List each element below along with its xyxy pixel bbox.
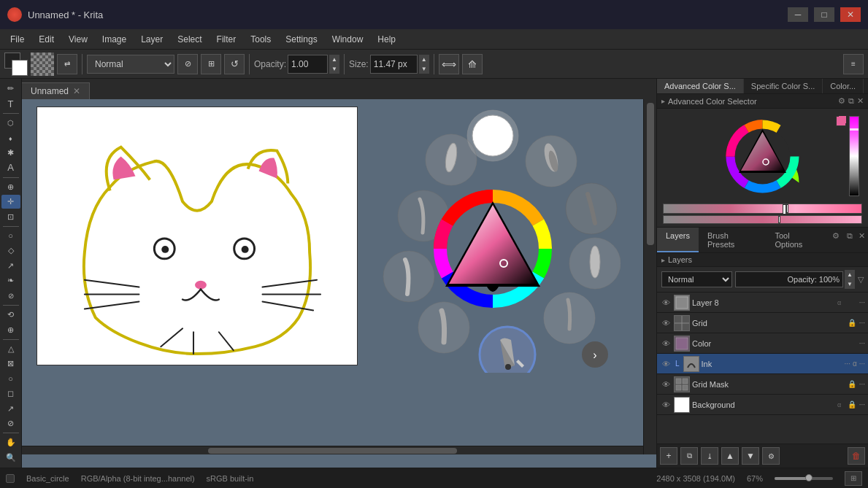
tab-advanced-color[interactable]: Advanced Color S...: [657, 79, 744, 93]
swap-colors-icon[interactable]: ⇄: [57, 54, 77, 74]
undo-button[interactable]: ↺: [224, 54, 245, 74]
tool-elliptical-select[interactable]: ○: [1, 229, 20, 243]
opacity-up[interactable]: ▲: [329, 55, 339, 64]
menu-image[interactable]: Image: [95, 29, 134, 49]
color-wheel-svg[interactable]: [721, 115, 804, 198]
delete-layer-button[interactable]: 🗑: [848, 447, 865, 465]
menu-select[interactable]: Select: [170, 29, 209, 49]
tool-smart-patch[interactable]: ✱: [1, 146, 20, 160]
tool-polygonal-select[interactable]: ◇: [1, 244, 20, 257]
layer-visibility-gridmask[interactable]: 👁: [660, 379, 672, 390]
layer-visibility-grid[interactable]: 👁: [660, 317, 672, 329]
brush-preset-popup[interactable]: Ink_gpen_10 ›: [365, 103, 621, 373]
layer-item-background[interactable]: 👁 Background α 🔒 ···: [657, 395, 868, 415]
tool-similar-select[interactable]: ⊘: [1, 289, 20, 303]
tool-zoom[interactable]: ⟲: [1, 308, 20, 322]
canvas-tab-close[interactable]: ✕: [73, 86, 80, 96]
layer-item-color[interactable]: 👁 Color ···: [657, 333, 868, 354]
panel-float-icon[interactable]: ⧉: [848, 96, 854, 106]
zoom-thumb[interactable]: [805, 474, 813, 481]
layer-opacity-input[interactable]: [735, 271, 843, 287]
layers-panel-settings[interactable]: ⚙: [828, 228, 844, 252]
menu-help[interactable]: Help: [370, 29, 403, 49]
drawing-canvas[interactable]: [37, 106, 358, 365]
tool-transform[interactable]: ⊕: [1, 179, 20, 193]
color-swatches[interactable]: [4, 53, 28, 76]
menu-view[interactable]: View: [61, 29, 95, 49]
layer-properties-button[interactable]: ⚙: [762, 447, 780, 465]
tool-ellipse[interactable]: ○: [1, 371, 20, 385]
close-button[interactable]: ✕: [840, 7, 861, 22]
canvas-content[interactable]: Ink_gpen_10 ›: [22, 99, 656, 468]
tool-line[interactable]: ↗: [1, 401, 20, 415]
minimize-button[interactable]: ─: [788, 7, 808, 22]
menu-file[interactable]: File: [3, 29, 31, 49]
menu-tools[interactable]: Tools: [243, 29, 278, 49]
zoom-slider[interactable]: [775, 477, 833, 480]
opacity-spinner[interactable]: ▲ ▼: [329, 55, 339, 74]
tool-measure[interactable]: ⊕: [1, 322, 20, 336]
move-down-button[interactable]: ▼: [742, 447, 759, 465]
tool-bezier-select[interactable]: ❧: [1, 274, 20, 287]
size-up[interactable]: ▲: [419, 55, 429, 64]
tab-brush-presets[interactable]: Brush Presets: [699, 228, 766, 252]
tool-contiguous-fill[interactable]: ⬧: [1, 131, 20, 144]
layer-visibility-layer8[interactable]: 👁: [660, 297, 672, 309]
menu-layer[interactable]: Layer: [134, 29, 170, 49]
layer-visibility-background[interactable]: 👁: [660, 399, 672, 411]
color-wheel-area[interactable]: [657, 109, 868, 204]
copy-layer-button[interactable]: ⧉: [680, 447, 698, 465]
expand-icon[interactable]: ▸: [661, 97, 665, 105]
layer-blend-mode[interactable]: Normal: [661, 271, 732, 287]
tool-freehand-select[interactable]: ↗: [1, 259, 20, 273]
tool-polygon[interactable]: ⊘: [1, 417, 20, 430]
preserve-alpha-button[interactable]: ⊞: [201, 54, 221, 74]
mirror-v-button[interactable]: ⟰: [462, 54, 483, 74]
mirror-h-button[interactable]: ⟺: [439, 54, 459, 74]
move-up-button[interactable]: ▲: [721, 447, 739, 465]
canvas-tab-unnamed[interactable]: Unnamed ✕: [22, 82, 90, 99]
tab-layers[interactable]: Layers: [657, 228, 699, 252]
maximize-button[interactable]: □: [814, 7, 834, 22]
layer-item-grid[interactable]: 👁 Grid 🔒 ···: [657, 313, 868, 333]
background-color[interactable]: [12, 60, 28, 76]
size-spinner[interactable]: ▲ ▼: [419, 55, 429, 74]
opacity-decrease[interactable]: ▼: [845, 279, 855, 289]
tool-assistant[interactable]: A: [1, 160, 20, 174]
tool-pan[interactable]: ✋: [1, 435, 20, 449]
layers-panel-float[interactable]: ⧉: [844, 228, 856, 252]
opacity-down[interactable]: ▼: [329, 64, 339, 74]
tab-color[interactable]: Color...: [823, 79, 864, 93]
menu-filter[interactable]: Filter: [210, 29, 244, 49]
tool-crop[interactable]: ⊡: [1, 209, 20, 223]
layer-item-layer8[interactable]: 👁 Layer 8 α ···: [657, 293, 868, 313]
hue-strip[interactable]: [849, 116, 859, 196]
color-strip-bottom[interactable]: [663, 204, 862, 214]
tab-specific-color[interactable]: Specific Color S...: [744, 79, 823, 93]
add-layer-button[interactable]: +: [660, 447, 677, 465]
toolbar-settings-button[interactable]: ≡: [843, 54, 864, 74]
opacity-increase[interactable]: ▲: [845, 270, 855, 279]
tool-zoom-view[interactable]: 🔍: [1, 451, 20, 465]
tool-move[interactable]: ✛: [1, 195, 20, 209]
tool-rectangular-select[interactable]: △: [1, 342, 20, 356]
size-down[interactable]: ▼: [419, 64, 429, 74]
layer-item-ink[interactable]: 👁 L Ink ··· α ···: [657, 354, 868, 374]
tab-tool-options[interactable]: Tool Options: [766, 228, 828, 252]
saturation-strip[interactable]: [663, 215, 862, 224]
blend-mode-select[interactable]: Normal Multiply Screen: [87, 55, 174, 74]
merge-down-button[interactable]: ⤓: [701, 447, 718, 465]
layer-filter-icon[interactable]: ▽: [858, 275, 864, 284]
panel-close-icon[interactable]: ✕: [857, 96, 864, 106]
menu-window[interactable]: Window: [325, 29, 371, 49]
tool-text[interactable]: T: [1, 96, 20, 110]
layers-expand-icon[interactable]: ▸: [661, 256, 665, 264]
size-input[interactable]: [370, 55, 418, 74]
tool-gradient[interactable]: ⊠: [1, 357, 20, 371]
pattern-swatch[interactable]: [31, 53, 54, 76]
layers-panel-close[interactable]: ✕: [856, 228, 868, 252]
panel-settings-icon[interactable]: ⚙: [838, 96, 845, 106]
menu-edit[interactable]: Edit: [31, 29, 61, 49]
tool-shape[interactable]: ⬡: [1, 116, 20, 130]
layer-visibility-ink[interactable]: 👁: [660, 358, 672, 370]
